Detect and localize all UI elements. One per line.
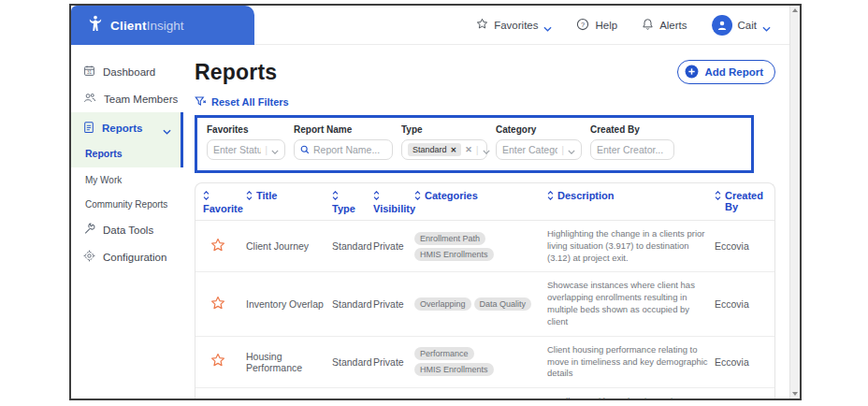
page-title: Reports <box>195 60 277 85</box>
sort-icon[interactable] <box>414 191 421 202</box>
report-created-by: Eccovia <box>715 240 767 252</box>
sort-icon[interactable] <box>373 191 380 202</box>
plus-circle-icon <box>685 65 699 80</box>
chip-remove-icon[interactable]: ✕ <box>451 146 457 154</box>
column-header-description[interactable]: Description <box>547 190 715 214</box>
category-pill: Enrollment Path <box>414 232 485 245</box>
report-name-filter[interactable] <box>294 139 393 160</box>
brand-logo[interactable]: ClientInsight <box>71 6 254 45</box>
type-filter-select[interactable]: Standard✕ ✕ | <box>401 139 487 160</box>
category-pill: Data Quality <box>474 297 532 311</box>
sort-icon[interactable] <box>332 191 339 202</box>
table-row[interactable]: Client Journey Standard Private Enrollme… <box>195 221 774 272</box>
created-by-filter-input[interactable] <box>597 144 668 155</box>
sort-icon[interactable] <box>547 191 554 202</box>
sidebar-group-reports: Reports Reports <box>71 112 183 167</box>
favorites-filter-input[interactable] <box>213 144 261 155</box>
column-header-title[interactable]: Title <box>246 190 332 214</box>
wrench-icon <box>83 223 95 237</box>
reset-all-filters-label: Reset All Filters <box>211 96 289 108</box>
favorite-star-button[interactable] <box>210 238 225 255</box>
scroll-down-icon[interactable] <box>792 392 798 396</box>
filter-label-category: Category <box>496 124 582 135</box>
type-filter-chip-label: Standard <box>412 145 447 154</box>
table-row[interactable]: Project Overlap Standard Private Overlap… <box>195 388 774 399</box>
brand-name-bold: Client <box>110 19 147 33</box>
sort-icon[interactable] <box>246 191 253 202</box>
categories-cell: PerformanceHMIS Enrollments <box>414 347 547 376</box>
favorite-star-button[interactable] <box>210 296 225 313</box>
category-filter-input[interactable] <box>502 144 557 155</box>
divider: | <box>561 144 564 155</box>
alerts-label: Alerts <box>659 20 687 31</box>
report-name-filter-input[interactable] <box>313 144 386 155</box>
chevron-down-icon <box>762 22 771 28</box>
reports-table: Favorite Title Type Visibility <box>195 182 775 399</box>
star-icon <box>476 18 488 32</box>
sidebar-subitem-community-reports[interactable]: Community Reports <box>71 192 183 216</box>
app-window: ClientInsight Favorites ? <box>69 4 802 400</box>
filter-label-type: Type <box>401 124 487 135</box>
user-menu[interactable]: Cait <box>712 15 771 36</box>
category-pill: Overlapping <box>414 297 471 311</box>
sidebar-item-data-tools[interactable]: Data Tools <box>71 216 183 243</box>
table-row[interactable]: Inventory Overlap Standard Private Overl… <box>195 272 774 336</box>
column-label: Description <box>557 190 615 201</box>
sidebar-item-configuration[interactable]: Configuration <box>71 243 183 270</box>
sidebar-subitem-reports[interactable]: Reports <box>71 141 181 166</box>
column-header-type[interactable]: Type <box>332 190 373 214</box>
column-header-created-by[interactable]: Created By <box>715 190 767 214</box>
alerts-menu[interactable]: Alerts <box>642 18 687 33</box>
column-label: Type <box>332 203 355 214</box>
table-row[interactable]: Housing Performance Standard Private Per… <box>195 337 774 388</box>
sidebar-item-label: Data Tools <box>103 225 153 236</box>
report-created-by: Eccovia <box>715 298 767 310</box>
favorite-star-button[interactable] <box>210 353 225 370</box>
type-filter-chip[interactable]: Standard✕ <box>408 143 461 156</box>
vertical-scrollbar[interactable] <box>789 6 800 399</box>
report-title: Inventory Overlap <box>246 298 332 310</box>
category-filter-select[interactable]: | <box>496 139 582 160</box>
sidebar-subitem-my-work[interactable]: My Work <box>71 167 183 192</box>
report-title: Housing Performance <box>246 351 332 373</box>
filter-label-favorites: Favorites <box>207 124 285 135</box>
created-by-filter[interactable] <box>590 139 674 160</box>
favorites-filter-select[interactable]: | <box>207 139 285 160</box>
report-description: Showcase instances where client has over… <box>547 280 715 327</box>
reset-all-filters-button[interactable]: Reset All Filters <box>195 95 775 109</box>
category-pill: HMIS Enrollments <box>414 363 494 376</box>
column-label: Categories <box>425 190 478 201</box>
chevron-down-icon[interactable] <box>271 141 279 158</box>
sidebar-item-label: Team Members <box>104 94 178 105</box>
gear-icon <box>83 250 95 264</box>
help-icon: ? <box>576 18 589 33</box>
help-menu[interactable]: ? Help <box>576 18 617 33</box>
sidebar-item-team-members[interactable]: Team Members <box>71 85 183 112</box>
chevron-down-icon[interactable] <box>483 141 490 158</box>
document-icon <box>83 121 94 136</box>
column-header-favorite[interactable]: Favorite <box>203 190 246 214</box>
table-header: Favorite Title Type Visibility <box>195 183 774 221</box>
report-visibility: Private <box>373 298 414 310</box>
bell-icon <box>642 18 654 33</box>
sort-icon[interactable] <box>203 191 210 202</box>
sidebar: 31 Dashboard Team Members Reports <box>71 45 183 399</box>
sidebar-item-dashboard[interactable]: 31 Dashboard <box>71 58 183 85</box>
report-description: Client housing performance relating to m… <box>547 344 715 380</box>
avatar <box>712 15 732 36</box>
add-report-button[interactable]: Add Report <box>677 60 775 84</box>
scroll-up-icon[interactable] <box>792 8 798 12</box>
report-type: Standard <box>332 356 373 368</box>
add-report-label: Add Report <box>704 66 763 78</box>
sidebar-item-reports[interactable]: Reports <box>71 114 181 141</box>
brand-name-light: Insight <box>147 19 184 33</box>
report-description: Highlighting the change in a clients pri… <box>547 228 715 264</box>
column-header-categories[interactable]: Categories <box>414 190 547 214</box>
categories-cell: OverlappingData Quality <box>414 297 547 311</box>
sort-icon[interactable] <box>715 191 721 202</box>
column-header-visibility[interactable]: Visibility <box>373 190 414 214</box>
favorites-menu[interactable]: Favorites <box>476 18 552 32</box>
report-title: Client Journey <box>246 240 332 252</box>
chevron-down-icon[interactable] <box>568 141 575 158</box>
clear-icon[interactable]: ✕ <box>465 145 472 154</box>
